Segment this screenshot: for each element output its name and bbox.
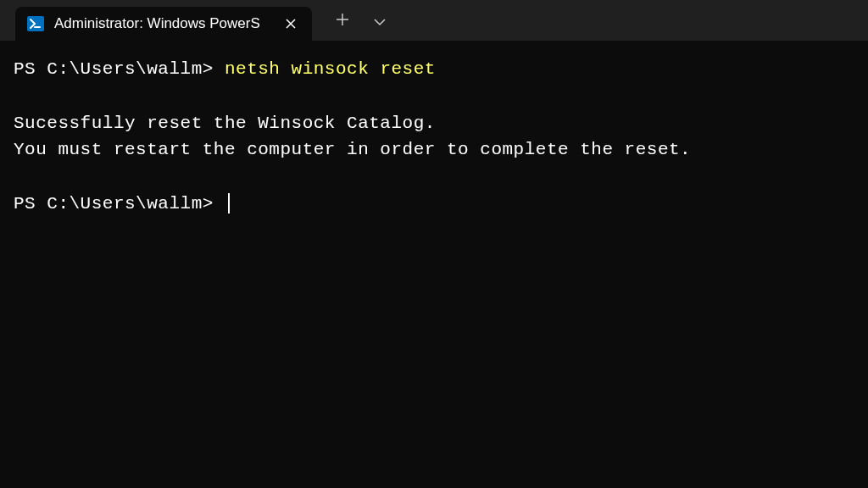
cursor: [228, 193, 230, 214]
command-line-2: PS C:\Users\wallm>: [14, 191, 854, 218]
tab-actions: [312, 11, 387, 30]
output-line: You must restart the computer in order t…: [14, 140, 691, 159]
terminal-area[interactable]: PS C:\Users\wallm> netsh winsock reset S…: [0, 41, 868, 232]
tab-title: Administrator: Windows PowerS: [54, 15, 271, 32]
active-tab[interactable]: Administrator: Windows PowerS: [15, 7, 312, 41]
tab-dropdown-button[interactable]: [373, 11, 387, 30]
prompt: PS C:\Users\wallm>: [14, 59, 225, 79]
tab-bar: Administrator: Windows PowerS: [0, 0, 868, 41]
close-tab-button[interactable]: [281, 14, 300, 33]
command-line-1: PS C:\Users\wallm> netsh winsock reset: [14, 56, 854, 83]
prompt: PS C:\Users\wallm>: [14, 194, 225, 214]
command-text: netsh winsock reset: [225, 59, 436, 79]
powershell-icon: [27, 16, 44, 31]
output-line: Sucessfully reset the Winsock Catalog.: [14, 114, 436, 133]
command-output: Sucessfully reset the Winsock Catalog. Y…: [14, 110, 854, 164]
new-tab-button[interactable]: [336, 11, 349, 30]
